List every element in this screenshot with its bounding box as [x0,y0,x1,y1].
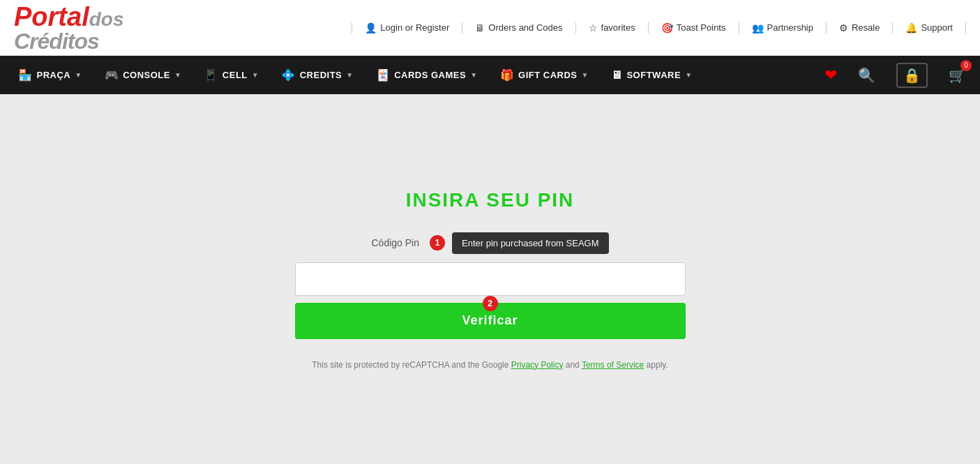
privacy-policy-link[interactable]: Privacy Policy [511,360,564,370]
praca-icon: 🏪 [18,68,33,82]
credits-dropdown-arrow: ▼ [346,71,353,79]
credits-icon: 💠 [281,68,296,82]
logo-portal: Portal [14,2,89,31]
credits-label: CREDITS [300,70,342,80]
resale-icon: ⚙ [839,22,848,33]
giftcards-label: GIFT CARDS [518,70,577,80]
cart-wrapper: 🛒 0 [942,63,973,87]
software-icon: 🖥 [611,69,623,82]
verify-button-wrapper: 2 Verificar [295,303,686,339]
nav-console[interactable]: 🎮 CONSOLE ▼ [93,56,193,94]
cardsgames-label: CARDS GAMES [394,70,466,80]
wishlist-button[interactable]: ❤ [817,63,844,88]
cart-badge: 0 [960,60,972,71]
nav-cell[interactable]: 📱 CELL ▼ [193,56,270,94]
recaptcha-notice: This site is protected by reCAPTCHA and … [312,360,668,370]
account-button[interactable]: 🔒 [889,59,935,91]
praca-label: PRAÇA [37,70,71,80]
nav-giftcards[interactable]: 🎁 GIFT CARDS ▼ [489,56,600,94]
resale-label: Resale [852,22,880,33]
software-label: SOFTWARE [626,70,681,80]
giftcards-dropdown-arrow: ▼ [582,71,589,79]
nav-right-actions: ❤ 🔍 🔒 🛒 0 [817,59,973,91]
top-bar: Portaldos Créditos 👤 Login or Register 🖥… [0,0,980,56]
cell-icon: 📱 [204,68,218,82]
toast-points-label: Toast Points [677,22,726,33]
nav-software[interactable]: 🖥 SOFTWARE ▼ [600,56,704,94]
nav-praca[interactable]: 🏪 PRAÇA ▼ [7,56,93,94]
resale-link[interactable]: ⚙ Resale [827,22,893,33]
login-register-link[interactable]: 👤 Login or Register [352,22,462,33]
cell-label: CELL [223,70,248,80]
praca-dropdown-arrow: ▼ [75,71,82,79]
pin-input-wrapper [295,262,686,296]
console-icon: 🎮 [105,68,119,82]
logo-line1: Portaldos [14,3,123,30]
lock-icon-box: 🔒 [896,63,928,88]
orders-icon: 🖥 [475,22,485,33]
login-register-label: Login or Register [380,22,449,33]
favorites-link[interactable]: ☆ favorites [576,22,649,33]
page-title: INSIRA SEU PIN [406,189,575,211]
partnership-link[interactable]: 👥 Partnership [739,22,827,33]
top-navigation: 👤 Login or Register 🖥 Orders and Codes ☆… [352,22,966,33]
logo-dos: dos [89,8,124,30]
main-content: INSIRA SEU PIN Código Pin 1 Enter pin pu… [0,94,980,464]
favorites-icon: ☆ [589,22,598,33]
nav-cardsgames[interactable]: 🃏 CARDS GAMES ▼ [365,56,489,94]
orders-codes-label: Orders and Codes [488,22,562,33]
seagm-tooltip: Enter pin purchased from SEAGM [452,232,609,254]
support-icon: 🔔 [905,22,917,33]
search-button[interactable]: 🔍 [851,63,882,87]
partnership-label: Partnership [767,22,813,33]
nav-credits[interactable]: 💠 CREDITS ▼ [270,56,364,94]
logo: Portaldos Créditos [14,3,123,52]
search-icon: 🔍 [858,67,875,84]
pin-input[interactable] [295,262,686,296]
main-nav-bar: 🏪 PRAÇA ▼ 🎮 CONSOLE ▼ 📱 CELL ▼ 💠 CREDITS… [0,56,980,94]
and-text: and [566,360,580,370]
cardsgames-dropdown-arrow: ▼ [470,71,477,79]
console-dropdown-arrow: ▼ [174,71,181,79]
terms-link[interactable]: Terms of Service [582,360,644,370]
partnership-icon: 👥 [752,22,764,33]
logo-creditos: Créditos [14,30,123,52]
orders-codes-link[interactable]: 🖥 Orders and Codes [462,22,575,33]
user-icon: 👤 [365,22,377,33]
lock-icon: 🔒 [903,67,921,84]
codigo-pin-row: Código Pin 1 Enter pin purchased from SE… [371,232,608,254]
recaptcha-text: This site is protected by reCAPTCHA and … [312,360,508,370]
step2-badge: 2 [483,296,498,311]
toast-points-link[interactable]: 🎯 Toast Points [649,22,739,33]
logo-block: Portaldos Créditos [14,3,123,52]
toast-icon: 🎯 [661,22,673,33]
giftcards-icon: 🎁 [500,68,515,82]
cardsgames-icon: 🃏 [376,68,391,82]
software-dropdown-arrow: ▼ [685,71,692,79]
support-label: Support [921,22,953,33]
favorites-label: favorites [601,22,635,33]
codigo-pin-label: Código Pin [371,237,419,248]
console-label: CONSOLE [123,70,170,80]
step1-badge: 1 [430,235,445,250]
support-link[interactable]: 🔔 Support [893,22,966,33]
apply-text: apply. [647,360,668,370]
cell-dropdown-arrow: ▼ [252,71,259,79]
